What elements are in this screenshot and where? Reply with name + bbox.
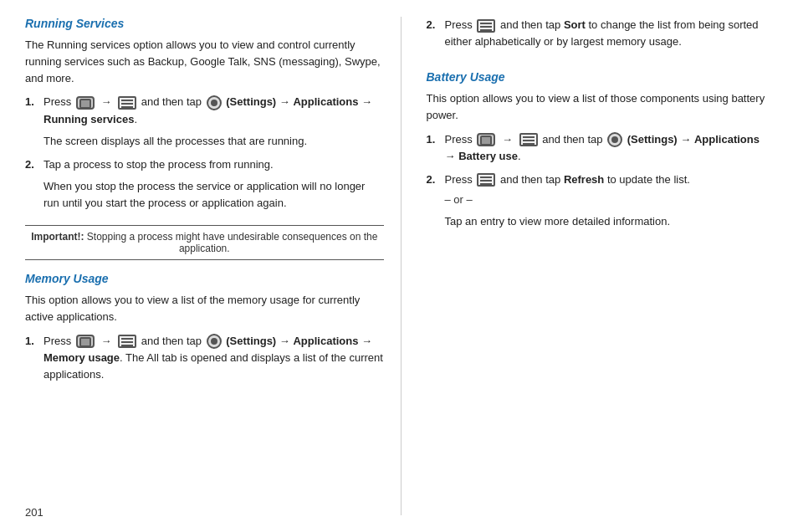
battery-step-2-content: Press and then tap Refresh to update the… (445, 171, 774, 230)
running-services-title: Running Services (25, 17, 384, 30)
battery-step2-sub: Tap an entry to view more detailed infor… (445, 213, 774, 230)
step2-sub: When you stop the process the service or… (43, 178, 384, 212)
battery-step1-tap: and then tap (542, 133, 606, 146)
battery-usage-intro: This option allows you to view a list of… (427, 90, 774, 124)
important-label: Important!: (31, 231, 84, 243)
step-num-1: 1. (25, 94, 43, 110)
battery-settings-icon (607, 132, 622, 147)
running-services-intro: The Running services option allows you t… (25, 37, 384, 87)
important-text: Stopping a process might have undesirabl… (87, 231, 378, 254)
or-line: – or – (445, 192, 774, 208)
running-services-section: Running Services The Running services op… (25, 17, 384, 218)
running-services-steps: 1. Press → and then tap (Settings) → App… (25, 94, 384, 212)
memory-menu-icon (118, 335, 136, 348)
memory-settings-icon (207, 334, 222, 349)
battery-step-1-content: Press → and then tap (Settings) → Applic… (445, 131, 774, 165)
battery-step1-press: Press (445, 133, 476, 146)
step2-text: Tap a process to stop the process from r… (43, 158, 274, 171)
battery-usage-title: Battery Usage (427, 70, 774, 84)
important-notice: Important!: Stopping a process might hav… (25, 225, 384, 260)
battery-step-2: 2. Press and then tap Refresh to update … (427, 171, 774, 230)
battery-home-icon (477, 133, 495, 146)
step-num-2: 2. (25, 156, 43, 173)
memory-step-num-1: 1. (25, 333, 43, 350)
step-2-content: Tap a process to stop the process from r… (43, 156, 384, 212)
left-column: Running Services The Running services op… (25, 17, 402, 515)
battery-step2-rest: and then tap Refresh to update the list. (500, 173, 690, 186)
menu-icon (118, 96, 136, 110)
step-2-memory: 2. Press and then tap Sort to change the… (427, 17, 774, 50)
memory-usage-steps: 1. Press → and then tap (Settings) → App… (25, 333, 384, 383)
right-column: 2. Press and then tap Sort to change the… (402, 17, 774, 515)
memory-usage-section: Memory Usage This option allows you to v… (25, 272, 384, 390)
home-button-icon (76, 96, 95, 110)
battery-step-num-1: 1. (427, 131, 445, 148)
settings-icon (207, 95, 222, 110)
battery-menu-icon (519, 133, 538, 146)
battery-step2-menu-icon (477, 173, 495, 187)
memory-step2-list: 2. Press and then tap Sort to change the… (427, 17, 774, 57)
memory-home-icon (76, 335, 95, 348)
memory-step1-press: Press (43, 335, 74, 347)
memory-step-2-content: Press and then tap Sort to change the li… (445, 17, 774, 50)
memory-step1-tap: and then tap (141, 335, 205, 347)
memory-usage-intro: This option allows you to view a list of… (25, 292, 384, 325)
battery-step-num-2: 2. (427, 171, 445, 188)
battery-step-1: 1. Press → and then tap (Settings) → App… (427, 131, 774, 165)
memory-step2-press: Press (445, 18, 476, 31)
step1-sub: The screen displays all the processes th… (43, 133, 384, 150)
battery-step2-press: Press (445, 173, 476, 186)
step-2-running: 2. Tap a process to stop the process fro… (25, 156, 384, 212)
step1-press-label: Press (43, 95, 74, 108)
battery-steps: 1. Press → and then tap (Settings) → App… (427, 131, 774, 231)
memory-step2-menu-icon (477, 19, 495, 33)
battery-arrow1: → (502, 133, 516, 146)
page-number: 201 (25, 506, 43, 519)
step-1-content: Press → and then tap (Settings) → Applic… (43, 94, 384, 149)
step-1-running: 1. Press → and then tap (Settings) → App… (25, 94, 384, 149)
battery-usage-section: Battery Usage This option allows you to … (427, 70, 774, 237)
memory-step-num-2: 2. (427, 17, 445, 33)
memory-step-1-content: Press → and then tap (Settings) → Applic… (43, 333, 384, 383)
arrow1: → (100, 95, 115, 108)
memory-arrow1: → (100, 335, 115, 347)
step-1-memory: 1. Press → and then tap (Settings) → App… (25, 333, 384, 383)
memory-usage-title: Memory Usage (25, 272, 384, 285)
step1-then-tap: and then tap (141, 95, 205, 108)
